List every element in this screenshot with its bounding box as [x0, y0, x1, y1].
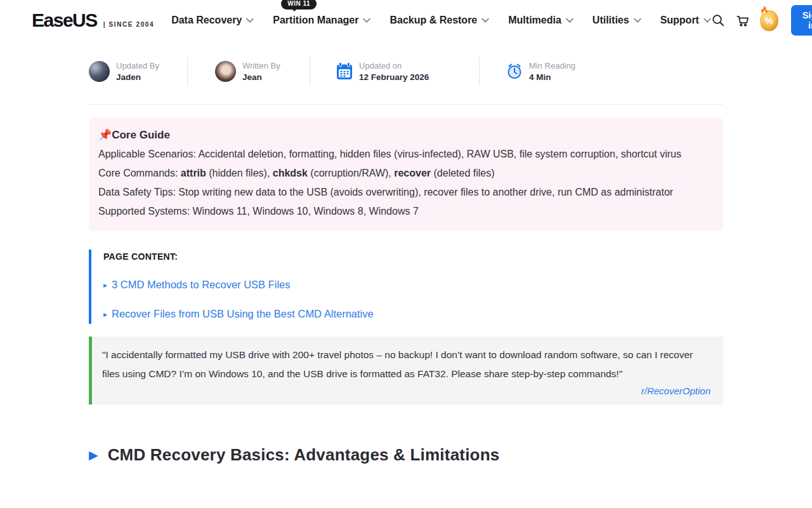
commands-text: (deleted files)	[431, 168, 495, 178]
chevron-down-icon	[704, 18, 711, 23]
core-guide-box: 📌Core Guide Applicable Scenarios: Accide…	[89, 117, 723, 231]
nav-item-backup-restore[interactable]: Backup & Restore	[390, 15, 489, 26]
updated-date: 12 February 2026	[359, 72, 429, 82]
user-quote-box: "I accidentally formatted my USB drive w…	[89, 337, 723, 404]
chevron-down-icon	[363, 18, 370, 23]
nav-item-multimedia[interactable]: Multimedia	[508, 15, 573, 26]
percent-glyph: %	[765, 15, 773, 26]
meta-label: Written By	[242, 61, 280, 70]
command-chkdsk: chkdsk	[273, 168, 308, 178]
quote-source-link[interactable]: r/RecoverOption	[641, 385, 710, 396]
easeus-logo[interactable]: EaseUS | SINCE 2004	[32, 11, 154, 30]
article-content: Updated By Jaden Written By Jean	[89, 56, 723, 465]
core-guide-scenarios: Applicable Scenarios: Accidental deletio…	[98, 145, 707, 164]
core-guide-systems: Supported Systems: Windows 11, Windows 1…	[98, 202, 707, 221]
meta-updated-by: Updated By Jaden	[89, 61, 187, 82]
meta-written-by: Written By Jean	[188, 61, 310, 82]
chevron-down-icon	[566, 18, 573, 23]
toc-link-label: Recover Files from USB Using the Best CM…	[112, 308, 374, 320]
nav-item-partition-manager[interactable]: WIN 11 Partition Manager	[273, 15, 370, 26]
meta-label: Updated on	[359, 61, 429, 70]
nav-label: Partition Manager	[273, 15, 358, 26]
link-arrow-icon: ▸	[103, 311, 107, 318]
quote-text: "I accidentally formatted my USB drive w…	[102, 345, 710, 384]
commands-text: (hidden files),	[206, 168, 273, 178]
section-title: CMD Recovery Basics: Advantages & Limita…	[108, 445, 500, 465]
chevron-down-icon	[481, 18, 489, 23]
flame-icon: 🔥	[760, 6, 769, 15]
nav-label: Backup & Restore	[390, 15, 477, 26]
core-guide-title: 📌Core Guide	[98, 126, 707, 145]
nav-label: Utilities	[593, 15, 629, 26]
author-name: Jean	[242, 72, 280, 82]
core-guide-safety: Data Safety Tips: Stop writing new data …	[98, 183, 707, 202]
sign-in-button[interactable]: Sign in	[791, 5, 812, 36]
meta-label: Updated By	[116, 61, 159, 70]
main-nav: Data Recovery WIN 11 Partition Manager B…	[171, 15, 711, 26]
core-guide-commands: Core Commands: attrib (hidden files), ch…	[98, 164, 707, 183]
command-recover: recover	[394, 168, 431, 178]
promo-coin-icon[interactable]: 🔥 %	[760, 10, 778, 31]
nav-label: Multimedia	[508, 15, 561, 26]
link-arrow-icon: ▸	[103, 281, 107, 289]
toc-link-label: 3 CMD Methods to Recover USB Files	[112, 279, 291, 291]
reading-time: 4 Min	[529, 72, 575, 82]
command-attrib: attrib	[181, 168, 206, 178]
nav-label: Data Recovery	[171, 15, 242, 26]
commands-prefix: Core Commands:	[98, 168, 181, 178]
meta-label: Min Reading	[529, 61, 575, 70]
commands-text: (corruption/RAW),	[308, 168, 394, 178]
logo-brand-text: EaseUS	[32, 11, 97, 30]
clock-icon	[506, 63, 523, 80]
header-actions: 🔥 % Sign in	[711, 0, 812, 42]
toc-link-cmd-methods[interactable]: ▸ 3 CMD Methods to Recover USB Files	[103, 279, 723, 291]
section-marker-icon: ▶	[89, 449, 98, 461]
section-heading-row: ▶ CMD Recovery Basics: Advantages & Limi…	[89, 445, 723, 465]
article-meta-row: Updated By Jaden Written By Jean	[89, 56, 723, 86]
nav-item-support[interactable]: Support	[660, 15, 711, 26]
avatar	[89, 61, 110, 82]
chevron-down-icon	[246, 18, 254, 23]
cart-icon[interactable]	[735, 13, 750, 28]
chevron-down-icon	[634, 18, 641, 23]
avatar	[215, 61, 236, 82]
page-content-box: PAGE CONTENT: ▸ 3 CMD Methods to Recover…	[89, 250, 723, 324]
nav-item-data-recovery[interactable]: Data Recovery	[171, 15, 254, 26]
horizontal-divider	[89, 104, 723, 105]
site-header: EaseUS | SINCE 2004 Data Recovery WIN 11…	[0, 0, 812, 41]
calendar-icon	[336, 62, 353, 80]
toc-link-cmd-alternative[interactable]: ▸ Recover Files from USB Using the Best …	[103, 308, 723, 320]
meta-updated-on: Updated on 12 February 2026	[310, 61, 479, 82]
nav-item-utilities[interactable]: Utilities	[593, 15, 641, 26]
meta-min-reading: Min Reading 4 Min	[480, 61, 575, 82]
quote-source-row: r/RecoverOption	[102, 385, 710, 397]
logo-since-text: | SINCE 2004	[103, 21, 154, 28]
win11-badge: WIN 11	[281, 0, 317, 10]
search-icon[interactable]	[711, 13, 725, 27]
page-content-title: PAGE CONTENT:	[103, 251, 723, 262]
author-name: Jaden	[116, 72, 159, 82]
nav-label: Support	[660, 15, 699, 26]
